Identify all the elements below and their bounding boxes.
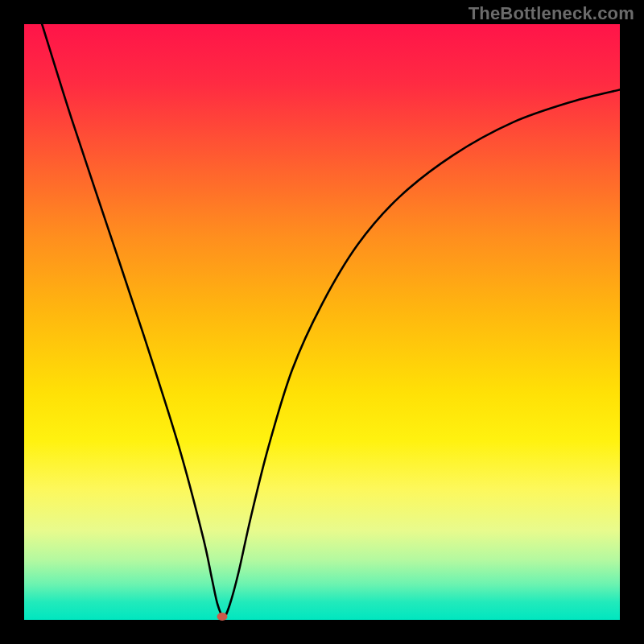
optimum-marker bbox=[217, 613, 227, 621]
plot-area bbox=[24, 24, 620, 620]
bottleneck-curve bbox=[42, 24, 620, 617]
chart-frame: TheBottleneck.com bbox=[0, 0, 644, 644]
watermark-text: TheBottleneck.com bbox=[469, 3, 634, 24]
curve-layer bbox=[24, 24, 620, 620]
